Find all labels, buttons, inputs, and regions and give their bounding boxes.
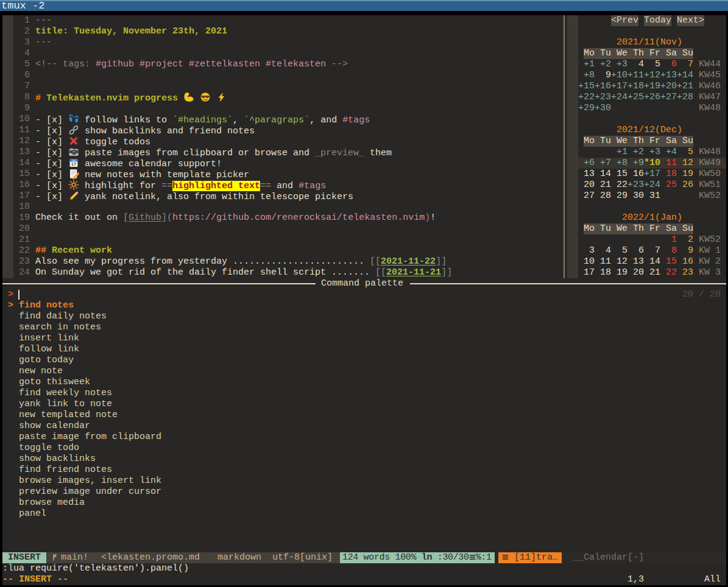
- svg-text:17: 17: [71, 161, 76, 167]
